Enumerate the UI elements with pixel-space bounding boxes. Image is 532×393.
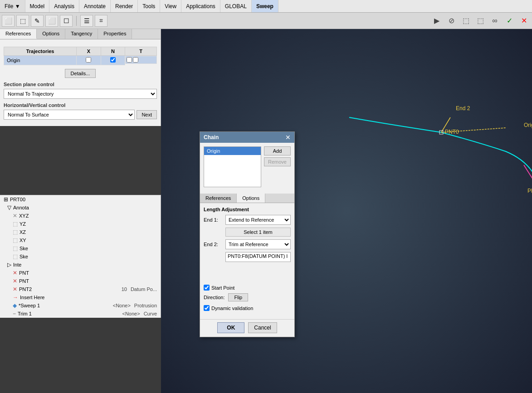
- tree-item-ske1[interactable]: ⬚ Ske: [0, 244, 161, 252]
- tree-item-insert[interactable]: → Insert Here: [0, 293, 161, 301]
- tree-item-type: Datum Po...: [131, 286, 157, 292]
- tree-item-value: 10: [122, 286, 127, 292]
- tree-item-inte[interactable]: ▷ Inte: [0, 261, 161, 269]
- tree-item-xy[interactable]: ⬚ XY: [0, 236, 161, 244]
- sweep-confirm-btn[interactable]: ✓: [503, 15, 516, 27]
- trajectories-panel: Trajectories X N T Origin Detail: [0, 39, 161, 126]
- tree-item-xyz[interactable]: ✕ XYZ: [0, 212, 161, 220]
- sweep-pause-btn[interactable]: ⊘: [445, 15, 458, 27]
- remove-button[interactable]: Remove: [264, 157, 291, 166]
- sketch-icon: ⬚: [13, 245, 18, 252]
- tree-item-label: Insert Here: [20, 295, 157, 300]
- add-button[interactable]: Add: [264, 146, 291, 155]
- toolbar-btn-1[interactable]: ⬜: [2, 15, 15, 27]
- svg-rect-3: [439, 131, 443, 134]
- toolbar-btn-6[interactable]: ☰: [80, 15, 93, 27]
- tab-references[interactable]: References: [0, 29, 37, 39]
- sweep-cancel-btn[interactable]: ✕: [517, 15, 530, 27]
- chain-btn-row: Add Remove: [264, 146, 291, 190]
- row-t-checkboxes[interactable]: [125, 56, 156, 64]
- dialog-close-button[interactable]: ✕: [285, 134, 291, 141]
- dialog-body: Origin Add Remove: [200, 143, 294, 194]
- tree-item-pnt2[interactable]: ✕ PNT2 10 Datum Po...: [0, 285, 161, 293]
- dynamic-validation-checkbox[interactable]: [204, 305, 210, 311]
- tree-item-label: PNT: [19, 278, 157, 284]
- tree-item-prt[interactable]: ⊞ PRT00: [0, 195, 161, 204]
- expand-icon: ▷: [7, 262, 11, 268]
- horiz-vert-dropdown[interactable]: Normal To Surface Automatic: [4, 110, 135, 120]
- toolbar-divider-1: [76, 16, 77, 26]
- toolbar-btn-4[interactable]: ⬜: [45, 15, 58, 27]
- section-plane-dropdown[interactable]: Normal To Trajectory Normal To Projectio…: [4, 89, 157, 99]
- menu-sweep[interactable]: Sweep: [252, 0, 278, 12]
- chain-tab-bar: References Options: [200, 194, 294, 203]
- end1-dropdown[interactable]: Extend to Reference Trim at Reference No…: [225, 215, 291, 225]
- sweep-btn-4[interactable]: ⬚: [474, 15, 487, 27]
- point-icon: ✕: [13, 270, 17, 276]
- tree-item-pnt1[interactable]: ✕ PNT: [0, 269, 161, 277]
- tree-item-trim[interactable]: − Trim 1 <None> Curve: [0, 310, 161, 318]
- chain-tab-references[interactable]: References: [200, 194, 237, 203]
- chain-list-item[interactable]: Origin: [204, 147, 261, 155]
- section-plane-label: Section plane control: [4, 82, 157, 87]
- tree-item-label: Annota: [13, 205, 157, 210]
- tree-item-label: PRT00: [10, 197, 157, 202]
- menu-model[interactable]: Model: [25, 0, 50, 12]
- dialog-footer: OK Cancel: [200, 319, 294, 337]
- svg-line-2: [524, 165, 532, 190]
- tree-item-sweep[interactable]: ◆ *Sweep 1 <None> Protrusion: [0, 301, 161, 310]
- tab-tangency[interactable]: Tangency: [65, 29, 98, 39]
- toolbar-btn-2[interactable]: ⬚: [16, 15, 29, 27]
- sweep-play-btn[interactable]: ▶: [430, 15, 443, 27]
- end2-value: PNT0:F8(DATUM POINT) I: [225, 252, 291, 262]
- dialog-titlebar: Chain ✕: [200, 132, 294, 143]
- tab-properties[interactable]: Properties: [98, 29, 132, 39]
- tree-item-annota[interactable]: ▽ Annota: [0, 204, 161, 212]
- col-n: N: [101, 47, 125, 56]
- row-n-checkbox[interactable]: [101, 56, 125, 65]
- menu-annotate[interactable]: Annotate: [79, 0, 111, 12]
- cancel-dialog-button[interactable]: Cancel: [248, 322, 277, 333]
- menu-tools[interactable]: Tools: [138, 0, 160, 12]
- end2-dropdown[interactable]: Trim at Reference Extend to Reference No…: [225, 239, 291, 249]
- toolbar-btn-5[interactable]: ☐: [60, 15, 73, 27]
- chain-list[interactable]: Origin: [204, 146, 261, 187]
- menu-applications[interactable]: Applications: [181, 0, 220, 12]
- tree-item-type: Protrusion: [134, 303, 157, 308]
- sweep-btn-3[interactable]: ⬚: [459, 15, 472, 27]
- label-origin: Origin: [524, 122, 532, 128]
- tree-item-label: Trim 1: [18, 311, 118, 316]
- table-row[interactable]: Origin: [4, 56, 157, 65]
- col-t: T: [125, 47, 157, 56]
- sweep-link-btn[interactable]: ∞: [488, 15, 501, 27]
- tree-item-yz[interactable]: ⬚ YZ: [0, 220, 161, 228]
- col-x: X: [77, 47, 101, 56]
- flip-button[interactable]: Flip: [228, 293, 248, 301]
- menu-analysis[interactable]: Analysis: [49, 0, 79, 12]
- toolbar-btn-3[interactable]: ✎: [31, 15, 44, 27]
- row-x-checkbox[interactable]: [77, 56, 101, 65]
- chain-tab-options[interactable]: Options: [237, 194, 265, 203]
- tree-item-label: XZ: [20, 229, 157, 235]
- select-item-button[interactable]: Select 1 item: [225, 228, 291, 237]
- ok-button[interactable]: OK: [217, 322, 244, 333]
- menu-view[interactable]: View: [160, 0, 181, 12]
- end2-row: End 2: Trim at Reference Extend to Refer…: [204, 239, 291, 249]
- start-point-checkbox[interactable]: [204, 285, 210, 291]
- menu-file[interactable]: File ▼: [0, 0, 25, 12]
- tree-item-ske2[interactable]: ⬚ Ske: [0, 252, 161, 261]
- main-toolbar: ⬜ ⬚ ✎ ⬜ ☐ ☰ ⌗ ▶ ⊘ ⬚ ⬚ ∞ ✓ ✕: [0, 13, 532, 29]
- menu-global[interactable]: GLOBAL: [220, 0, 252, 12]
- menu-render[interactable]: Render: [111, 0, 138, 12]
- sweep-toolbar: ▶ ⊘ ⬚ ⬚ ∞ ✓ ✕: [430, 15, 530, 27]
- toolbar-btn-7[interactable]: ⌗: [95, 15, 107, 27]
- details-button[interactable]: Details...: [65, 69, 96, 78]
- end1-row: End 1: Extend to Reference Trim at Refer…: [204, 215, 291, 225]
- tree-item-pnt2-a[interactable]: ✕ PNT: [0, 277, 161, 285]
- point-icon: ✕: [13, 278, 17, 284]
- tab-options[interactable]: Options: [37, 29, 65, 39]
- options-body: Length Adjustment End 1: Extend to Refer…: [200, 203, 294, 317]
- tree-item-xz[interactable]: ⬚ XZ: [0, 228, 161, 236]
- tree-item-value: <None>: [122, 311, 140, 316]
- next-button[interactable]: Next: [137, 110, 157, 119]
